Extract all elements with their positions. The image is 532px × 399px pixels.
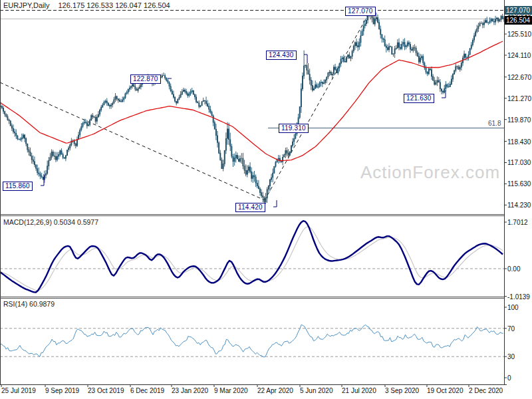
rsi-panel[interactable] xyxy=(0,298,504,384)
price-panel[interactable] xyxy=(0,0,504,214)
price-axis[interactable] xyxy=(504,0,532,384)
macd-panel[interactable] xyxy=(0,216,504,297)
time-axis[interactable] xyxy=(0,384,504,399)
chart-window: ActionForex.com EURJPY,Daily126.175 126.… xyxy=(0,0,532,399)
